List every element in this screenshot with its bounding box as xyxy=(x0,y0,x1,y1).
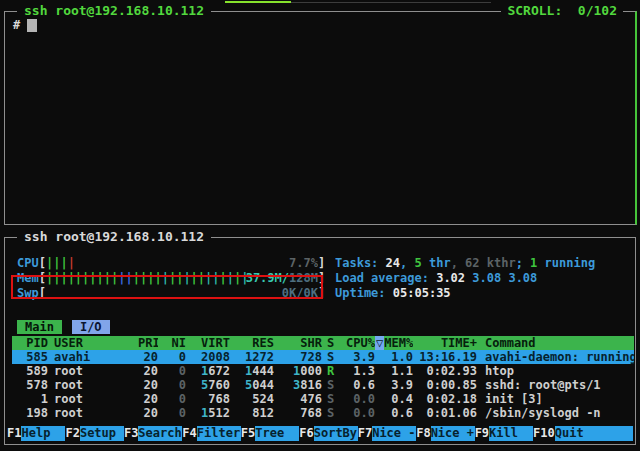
swap-meter: Swp[0K/0K] xyxy=(17,286,325,300)
cell-command: init [3] xyxy=(477,392,634,406)
fnkey-f4[interactable]: F4Filter xyxy=(182,426,240,441)
cell-time: 0:01.06 xyxy=(413,406,477,420)
shell-prompt-line[interactable]: # xyxy=(13,18,37,32)
process-row-pid-1[interactable]: 1root200768524476S0.00.40:02.18init [3] xyxy=(12,392,634,406)
text-segment: 5 xyxy=(414,256,421,270)
meter-bar: | xyxy=(191,271,198,285)
meter-label: CPU xyxy=(17,256,39,270)
cell-ni: 0 xyxy=(158,364,186,378)
text-segment: 24 xyxy=(386,256,400,270)
cell-command: avahi-daemon: running xyxy=(477,350,634,364)
column-header-res[interactable]: RES xyxy=(230,336,274,350)
cell-pid: 578 xyxy=(12,378,48,392)
column-header-user[interactable]: USER xyxy=(48,336,138,350)
text-cursor xyxy=(27,19,37,32)
process-table-header[interactable]: PIDUSERPRINIVIRTRESSHRSCPU%▽MEM%TIME+Com… xyxy=(12,336,634,350)
meter-bar: | xyxy=(104,271,111,285)
column-header-virt[interactable]: VIRT xyxy=(186,336,230,350)
fnkey-f3[interactable]: F3Search xyxy=(124,426,182,441)
text-segment: S xyxy=(327,378,334,392)
cell-mem: 1.0 xyxy=(375,350,413,364)
fnkey-f7[interactable]: F7Nice - xyxy=(358,426,416,441)
fnkey-f1[interactable]: F1Help xyxy=(7,426,65,441)
process-row-pid-585[interactable]: 585avahi20020081272728S3.91.013:16.19ava… xyxy=(12,350,634,364)
column-header-command[interactable]: Command xyxy=(477,336,634,350)
text-segment: 0 xyxy=(179,378,186,392)
cell-s: S xyxy=(322,378,341,392)
cell-cpu: 0.0 xyxy=(341,406,375,420)
top-terminal-pane[interactable]: ssh root@192.168.10.112 SCROLL: 0/102 # xyxy=(4,11,637,225)
tab-i-o[interactable]: I/O xyxy=(72,320,110,334)
meter-bar: | xyxy=(133,271,140,285)
fnkey-number: F9 xyxy=(475,426,489,441)
fnkey-f9[interactable]: F9Kill xyxy=(475,426,533,441)
cell-pri: 20 xyxy=(138,364,158,378)
fnkey-f6[interactable]: F6SortBy xyxy=(299,426,357,441)
fnkey-f2[interactable]: F2Setup xyxy=(65,426,123,441)
fnkey-label: Tree xyxy=(255,426,299,441)
meter-bar: | xyxy=(97,271,104,285)
text-segment: 0.0 xyxy=(353,406,375,420)
cell-ni: 0 xyxy=(158,392,186,406)
cell-res: 524 xyxy=(230,392,274,406)
fnkey-label: SortBy xyxy=(314,426,358,441)
text-segment: 05:05:35 xyxy=(393,286,451,300)
cell-res: 812 xyxy=(230,406,274,420)
fnkey-number: F2 xyxy=(65,426,79,441)
bottom-pane-title: ssh root@192.168.10.112 xyxy=(17,230,211,244)
fnkey-number: F5 xyxy=(241,426,255,441)
text-segment: 444 xyxy=(252,364,274,378)
column-header-ni[interactable]: NI xyxy=(158,336,186,350)
cell-mem: 1.1 xyxy=(375,364,413,378)
cell-user: avahi xyxy=(48,350,138,364)
cell-user: root xyxy=(48,392,138,406)
fnkey-number: F10 xyxy=(533,426,555,441)
meter-bar: | xyxy=(68,256,75,270)
column-header-pri[interactable]: PRI xyxy=(138,336,158,350)
column-header-mem[interactable]: ▽MEM% xyxy=(375,336,413,350)
fnkey-f10[interactable]: F10Quit xyxy=(533,426,633,441)
column-header-time[interactable]: TIME+ xyxy=(413,336,477,350)
cell-ni: 0 xyxy=(158,378,186,392)
terminal-screen: ssh root@192.168.10.112 SCROLL: 0/102 # … xyxy=(0,0,640,451)
cell-cpu: 1.3 xyxy=(341,364,375,378)
fnkey-label: Nice - xyxy=(372,426,416,441)
text-segment: 000 xyxy=(300,364,322,378)
bottom-terminal-pane[interactable]: ssh root@192.168.10.112 CPU[||||7.7%] Me… xyxy=(4,237,636,445)
fnkey-number: F7 xyxy=(358,426,372,441)
tab-main[interactable]: Main xyxy=(17,320,62,334)
text-segment: S xyxy=(327,406,334,420)
fnkey-number: F6 xyxy=(299,426,313,441)
text-segment: thr xyxy=(422,256,451,270)
cell-time: 0:02.93 xyxy=(413,364,477,378)
cell-shr: 1000 xyxy=(274,364,322,378)
text-segment: ; xyxy=(516,256,530,270)
meter-bar: | xyxy=(118,271,125,285)
column-header-shr[interactable]: SHR xyxy=(274,336,322,350)
cell-pri: 20 xyxy=(138,378,158,392)
cell-user: root xyxy=(48,378,138,392)
process-row-pid-198[interactable]: 198root2001512812768S0.00.60:01.06/sbin/… xyxy=(12,406,634,420)
fnkey-f5[interactable]: F5Tree xyxy=(241,426,299,441)
cell-shr: 3816 xyxy=(274,378,322,392)
process-row-pid-589[interactable]: 589root200167214441000R1.31.10:02.93htop xyxy=(12,364,634,378)
process-row-pid-578[interactable]: 578root200576050443816S0.63.90:00.85sshd… xyxy=(12,378,634,392)
meter-bar: | xyxy=(75,271,82,285)
column-header-cpu[interactable]: CPU% xyxy=(341,336,375,350)
cell-cpu: 0.0 xyxy=(341,392,375,406)
fnkey-label: Kill xyxy=(489,426,533,441)
scroll-indicator: SCROLL: 0/102 xyxy=(501,4,623,18)
cell-s: R xyxy=(322,364,341,378)
meter-bar: | xyxy=(198,271,205,285)
cell-time: 0:00.85 xyxy=(413,378,477,392)
column-header-s[interactable]: S xyxy=(322,336,341,350)
text-segment: 128M xyxy=(289,271,318,285)
cell-virt: 2008 xyxy=(186,350,230,364)
cell-cpu: 0.6 xyxy=(341,378,375,392)
meter-label: Swp xyxy=(17,286,39,300)
fnkey-f8[interactable]: F8Nice + xyxy=(416,426,474,441)
meter-bar: | xyxy=(154,271,161,285)
cell-res: 5044 xyxy=(230,378,274,392)
fnkey-label: Filter xyxy=(197,426,241,441)
column-header-pid[interactable]: PID xyxy=(12,336,48,350)
